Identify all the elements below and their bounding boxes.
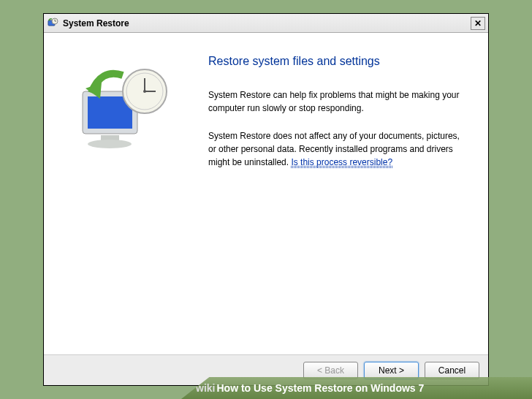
svg-point-6 — [88, 140, 132, 148]
system-restore-icon — [47, 18, 58, 29]
page-heading: Restore system files and settings — [208, 55, 466, 68]
window-title: System Restore — [63, 18, 471, 28]
content-area: Restore system files and settings System… — [44, 33, 488, 354]
system-restore-window: System Restore ✕ — [43, 13, 489, 386]
back-button[interactable]: < Back — [303, 362, 358, 379]
banner-text: How to Use System Restore on Windows 7 — [216, 382, 424, 394]
right-panel: Restore system files and settings System… — [201, 33, 488, 354]
wikihow-banner: wikiHow to Use System Restore on Windows… — [181, 377, 532, 399]
cancel-button[interactable]: Cancel — [425, 362, 479, 379]
close-button[interactable]: ✕ — [471, 17, 485, 30]
description-paragraph-2: System Restore does not affect any of yo… — [208, 129, 466, 169]
reversible-help-link[interactable]: Is this process reversible? — [291, 157, 392, 168]
next-button[interactable]: Next > — [364, 362, 419, 379]
titlebar: System Restore ✕ — [44, 14, 488, 33]
description-paragraph-1: System Restore can help fix problems tha… — [208, 88, 466, 115]
left-panel — [44, 33, 201, 354]
svg-point-11 — [143, 90, 146, 93]
restore-illustration-icon — [68, 62, 178, 164]
